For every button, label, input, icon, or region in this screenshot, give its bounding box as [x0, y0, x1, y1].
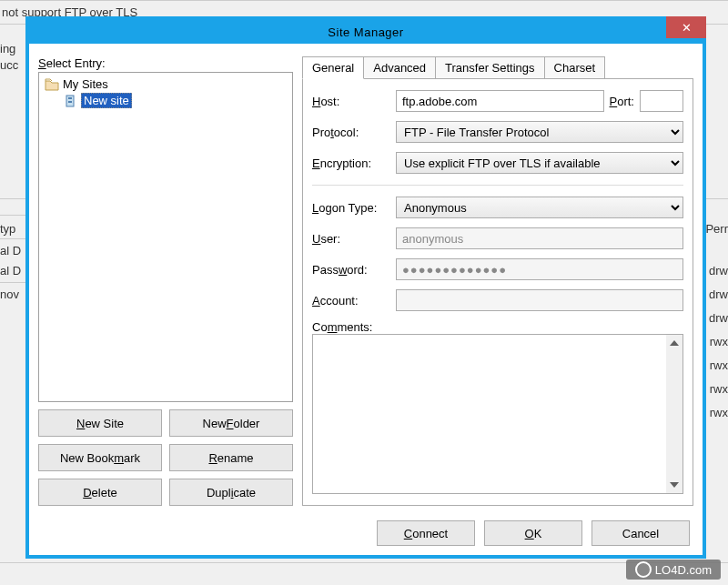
rename-button[interactable]: Rename — [169, 444, 293, 471]
tree-root-my-sites[interactable]: My Sites — [43, 76, 288, 92]
svg-rect-2 — [68, 101, 72, 103]
user-input — [396, 227, 683, 249]
port-label: Port: — [610, 95, 634, 108]
site-tree[interactable]: My Sites New site — [38, 72, 293, 402]
cancel-button[interactable]: Cancel — [592, 520, 690, 546]
bg-text: drw — [709, 311, 728, 325]
tree-item-label-selected: New site — [81, 93, 132, 108]
tab-general[interactable]: General — [302, 56, 364, 79]
tab-advanced[interactable]: Advanced — [363, 56, 436, 79]
protocol-row: Protocol: FTP - File Transfer Protocol — [312, 121, 683, 143]
comments-block: Comments: — [312, 320, 683, 494]
new-folder-button[interactable]: New Folder — [169, 409, 293, 437]
bg-text: rwx — [710, 335, 728, 348]
tab-charset[interactable]: Charset — [544, 56, 606, 79]
bg-text: rwx — [710, 358, 728, 372]
comments-label: Comments: — [312, 320, 683, 334]
new-site-button[interactable]: New Site — [38, 409, 162, 437]
account-input — [396, 289, 683, 311]
protocol-label: Protocol: — [312, 126, 390, 139]
ok-button[interactable]: OK — [484, 520, 582, 546]
password-row: Password: — [312, 258, 683, 280]
close-icon: ✕ — [682, 21, 692, 35]
window-title: Site Manager — [328, 25, 403, 39]
account-label: Account: — [312, 294, 390, 308]
site-buttons: New Site New Folder New Bookmark Rename … — [38, 409, 293, 506]
bg-text: typ — [0, 222, 15, 236]
encryption-row: Encryption: Use explicit FTP over TLS if… — [312, 152, 683, 174]
delete-button[interactable]: Delete — [38, 479, 162, 506]
user-label: User: — [312, 232, 390, 246]
watermark: LO4D.com — [626, 560, 721, 580]
select-entry-label: Select Entry: — [38, 56, 293, 70]
encryption-label: Encryption: — [312, 156, 390, 170]
host-row: Host: Port: — [312, 90, 683, 112]
logon-type-select[interactable]: Anonymous — [396, 197, 683, 218]
user-row: User: — [312, 227, 683, 249]
close-button[interactable]: ✕ — [666, 16, 706, 38]
scroll-down-icon[interactable] — [666, 477, 682, 493]
globe-icon — [635, 561, 652, 578]
server-icon — [63, 94, 77, 108]
new-bookmark-button[interactable]: New Bookmark — [38, 444, 162, 471]
tree-item-new-site[interactable]: New site — [61, 92, 288, 109]
logon-type-label: Logon Type: — [312, 201, 390, 215]
port-input[interactable] — [640, 90, 683, 112]
right-pane: General Advanced Transfer Settings Chars… — [302, 56, 693, 506]
tree-root-label: My Sites — [63, 77, 108, 91]
titlebar[interactable]: Site Manager ✕ — [29, 20, 703, 44]
site-manager-dialog: Site Manager ✕ Select Entry: My Sites — [25, 16, 706, 559]
password-input — [396, 258, 683, 280]
protocol-select[interactable]: FTP - File Transfer Protocol — [396, 121, 683, 143]
bg-text: al D — [0, 244, 21, 257]
main-row: Select Entry: My Sites New site — [38, 56, 693, 506]
dialog-body: Select Entry: My Sites New site — [29, 44, 703, 555]
scrollbar[interactable] — [666, 335, 682, 493]
host-label: Host: — [312, 95, 390, 108]
bg-text: drw — [709, 287, 728, 301]
bg-text: drw — [709, 264, 728, 277]
host-input[interactable] — [396, 90, 604, 112]
bg-text: nov — [0, 287, 19, 301]
scroll-up-icon[interactable] — [666, 335, 682, 351]
bg-text: ing — [0, 42, 15, 55]
bg-text: rwx — [710, 382, 728, 396]
bg-text: al D — [0, 264, 21, 277]
folder-icon — [45, 78, 59, 91]
tab-transfer-settings[interactable]: Transfer Settings — [435, 56, 545, 79]
duplicate-button[interactable]: Duplicate — [169, 479, 293, 506]
logon-type-row: Logon Type: Anonymous — [312, 197, 683, 218]
bg-text: ucc — [0, 58, 18, 72]
encryption-select[interactable]: Use explicit FTP over TLS if available — [396, 152, 683, 174]
password-label: Password: — [312, 263, 390, 277]
bg-text: Perr — [705, 222, 728, 236]
footer-buttons: Connect OK Cancel — [38, 515, 693, 546]
connect-button[interactable]: Connect — [377, 520, 475, 546]
svg-rect-1 — [68, 97, 72, 99]
comments-textarea[interactable] — [313, 335, 666, 493]
comments-wrap — [312, 334, 683, 494]
bg-text: rwx — [710, 406, 728, 419]
tabs: General Advanced Transfer Settings Chars… — [302, 56, 693, 79]
divider — [312, 185, 683, 186]
left-pane: Select Entry: My Sites New site — [38, 56, 293, 506]
tab-panel-general: Host: Port: Protocol: FTP - File Transfe… — [302, 78, 693, 506]
account-row: Account: — [312, 289, 683, 311]
watermark-text: LO4D.com — [655, 563, 712, 577]
